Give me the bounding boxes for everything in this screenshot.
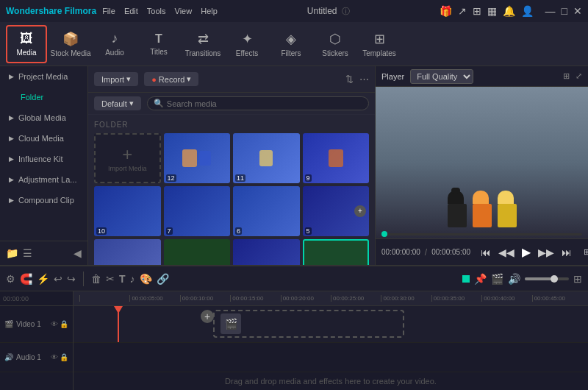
- audio-effect-icon[interactable]: ♪: [130, 273, 135, 285]
- gift-icon[interactable]: 🎁: [440, 5, 452, 17]
- import-button[interactable]: Import ▾: [94, 72, 138, 86]
- search-input[interactable]: [167, 99, 362, 108]
- output-btn[interactable]: ⊞: [582, 246, 588, 258]
- speed-thumb[interactable]: [551, 275, 558, 283]
- expand-arrow-2: ▶: [9, 114, 14, 121]
- minimize-btn[interactable]: —: [545, 5, 556, 17]
- titlebar-left: Wondershare Filmora File Edit Tools View…: [6, 6, 218, 16]
- rewind-btn[interactable]: ◀◀: [497, 245, 516, 260]
- timeline-settings-icon[interactable]: ⚙: [6, 273, 15, 285]
- search-icon: 🔍: [154, 99, 164, 108]
- track-area: 00:00:05:00 00:00:10:00 00:00:15:00 00:0…: [74, 291, 588, 390]
- thumb-11[interactable]: 11: [233, 133, 300, 183]
- tool-titles[interactable]: T Titles: [138, 25, 179, 63]
- panel-global-media[interactable]: ▶ Global Media: [0, 107, 87, 128]
- audio-label: Audio: [105, 49, 124, 57]
- quality-selector[interactable]: Full Quality: [410, 69, 473, 84]
- panel-compound-clip[interactable]: ▶ Compound Clip: [0, 190, 87, 210]
- delete-icon[interactable]: 🗑: [91, 273, 101, 285]
- timeline: ⚙ 🧲 ⚡ ↩ ↪ 🗑 ✂ T ♪ 🎨 🔗 📌 🎬 🔊 ⊞ 00:00:00: [0, 265, 588, 390]
- timeline-undo-icon[interactable]: ↩: [54, 273, 62, 285]
- grid-icon[interactable]: ⊞: [473, 5, 481, 17]
- thumb-10[interactable]: 10: [94, 186, 161, 236]
- thumb-12[interactable]: 12: [164, 133, 231, 183]
- close-btn[interactable]: ✕: [573, 5, 582, 17]
- timeline-more-icon[interactable]: ⊞: [573, 273, 582, 285]
- timeline-ripple-icon[interactable]: ⚡: [37, 273, 49, 285]
- add-folder-icon[interactable]: 📁: [6, 247, 18, 259]
- menu-file[interactable]: File: [102, 7, 115, 15]
- text-icon[interactable]: T: [119, 273, 126, 285]
- color-icon[interactable]: 🎨: [140, 273, 152, 285]
- drop-hint-text: Drag and drop media and effects here to …: [225, 377, 437, 386]
- speed-bar[interactable]: [525, 277, 569, 280]
- tool-audio[interactable]: ♪ Audio: [94, 25, 135, 63]
- timeline-redo-icon[interactable]: ↪: [67, 273, 76, 285]
- expand-icon[interactable]: ⤢: [576, 71, 582, 81]
- menu-help[interactable]: Help: [201, 7, 218, 15]
- user-icon[interactable]: 👤: [521, 5, 534, 17]
- play-btn[interactable]: ▶: [520, 244, 532, 260]
- thumb-row3-3[interactable]: [233, 239, 300, 265]
- thumb-row3-green[interactable]: [303, 239, 370, 265]
- tool-effects[interactable]: ✦ Effects: [226, 25, 268, 63]
- thumb-7[interactable]: 7: [164, 186, 231, 236]
- grid-view-icon[interactable]: ⊞: [563, 71, 570, 81]
- thumb-row3-2[interactable]: [164, 239, 231, 265]
- tool-templates[interactable]: ⊞ Templates: [359, 25, 400, 63]
- panel-folder[interactable]: Folder: [0, 87, 87, 107]
- search-box[interactable]: 🔍: [147, 96, 369, 110]
- more-icon[interactable]: ⋯: [359, 74, 369, 85]
- audio-eye-icon[interactable]: 👁: [51, 353, 58, 361]
- skip-fwd-btn[interactable]: ⏭: [560, 245, 573, 260]
- player-panel: Player Full Quality ⊞ ⤢: [375, 66, 588, 265]
- collapse-panel-icon[interactable]: ◀: [74, 247, 82, 259]
- thumb-menu-dot[interactable]: +: [354, 205, 366, 217]
- notification-icon[interactable]: 🔔: [503, 5, 515, 17]
- import-label: Import: [101, 75, 124, 84]
- panel-adjustment[interactable]: ▶ Adjustment La...: [0, 169, 87, 190]
- clip-icon[interactable]: 🎬: [491, 273, 503, 285]
- video-track-row: + 🎬: [74, 306, 588, 343]
- sort-icon[interactable]: ⇅: [345, 74, 354, 85]
- thumb-5[interactable]: 5 +: [303, 186, 370, 236]
- forward-btn[interactable]: ▶▶: [537, 245, 556, 260]
- panel-cloud-media[interactable]: ▶ Cloud Media: [0, 128, 87, 149]
- tool-media[interactable]: 🖼 Media: [6, 25, 47, 63]
- marker-icon[interactable]: 📌: [474, 273, 487, 285]
- default-dropdown[interactable]: Default ▾: [94, 96, 141, 110]
- tool-transitions[interactable]: ⇄ Transitions: [182, 25, 223, 63]
- menu-tools[interactable]: Tools: [147, 7, 166, 15]
- menu-bar[interactable]: File Edit Tools View Help: [102, 7, 218, 15]
- main-toolbar: 🖼 Media 📦 Stock Media ♪ Audio T Titles ⇄…: [0, 22, 588, 66]
- titlebar-actions[interactable]: 🎁 ↗ ⊞ ▦ 🔔 👤 — □ ✕: [440, 5, 582, 17]
- thumb-9[interactable]: 9: [303, 133, 370, 183]
- thumb-row3-1[interactable]: [94, 239, 161, 265]
- vol-icon[interactable]: 🔊: [508, 273, 520, 285]
- menu-view[interactable]: View: [175, 7, 193, 15]
- cut-icon[interactable]: ✂: [106, 273, 115, 285]
- tool-stickers[interactable]: ⬡ Stickers: [315, 25, 356, 63]
- maximize-btn[interactable]: □: [562, 5, 567, 17]
- tool-stock[interactable]: 📦 Stock Media: [50, 25, 91, 63]
- share-icon[interactable]: ↗: [458, 5, 467, 17]
- thumb-6[interactable]: 6: [233, 186, 300, 236]
- timeline-snap-icon[interactable]: 🧲: [20, 273, 32, 285]
- menu-edit[interactable]: Edit: [124, 7, 138, 15]
- add-clip-btn[interactable]: +: [201, 310, 214, 323]
- record-dot: ●: [151, 75, 157, 84]
- panel-influence-kit[interactable]: ▶ Influence Kit: [0, 149, 87, 169]
- layout-icon[interactable]: ▦: [487, 5, 497, 17]
- start-time: 00:00:00: [3, 295, 29, 302]
- link-icon[interactable]: 🔗: [157, 273, 169, 285]
- audio-lock-icon[interactable]: 🔒: [60, 353, 68, 361]
- record-button[interactable]: ● Record ▾: [144, 72, 198, 86]
- import-media-thumb[interactable]: + Import Media: [94, 133, 161, 183]
- video-eye-icon[interactable]: 👁: [51, 320, 58, 328]
- panel-project-media[interactable]: ▶ Project Media: [0, 66, 87, 87]
- mark-4: 00:00:20:00: [281, 295, 331, 302]
- tool-filters[interactable]: ◈ Filters: [270, 25, 312, 63]
- list-view-icon[interactable]: ☰: [23, 247, 32, 259]
- skip-back-btn[interactable]: ⏮: [479, 245, 492, 260]
- video-lock-icon[interactable]: 🔒: [60, 320, 68, 328]
